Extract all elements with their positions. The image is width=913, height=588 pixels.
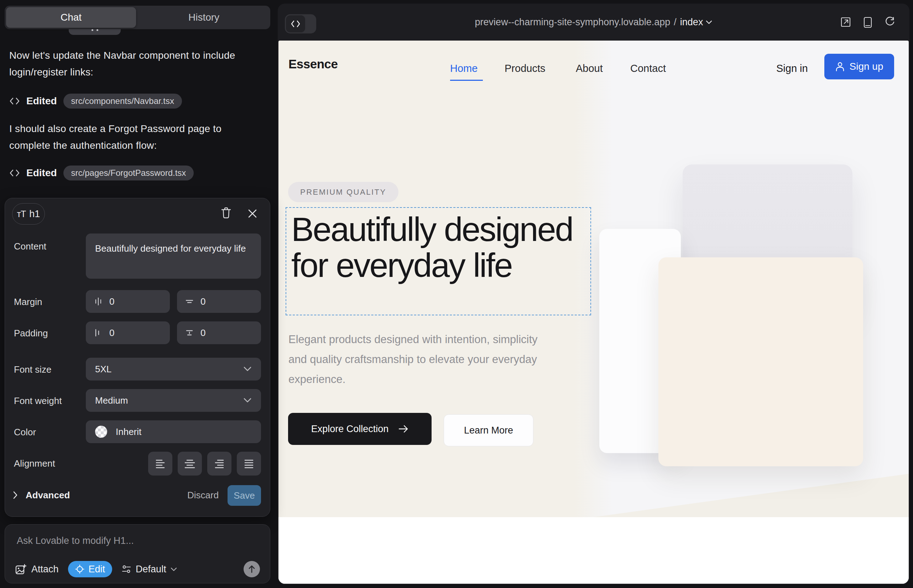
preview-browser-frame: preview--charming-site-symphony.lovable.…: [278, 3, 910, 585]
chat-message: Now let's update the Navbar component to…: [9, 47, 263, 81]
chevron-down-icon: [170, 567, 177, 571]
align-center-button[interactable]: [178, 452, 202, 475]
chip-dot: [97, 29, 98, 31]
margin-y-input[interactable]: 0: [177, 290, 261, 313]
font-size-select[interactable]: 5XL: [86, 358, 261, 381]
advanced-label: Advanced: [26, 490, 70, 501]
font-size-value: 5XL: [95, 364, 112, 375]
edited-label: Edited: [26, 95, 57, 107]
chat-message: I should also create a Forgot Password p…: [9, 120, 263, 154]
browser-actions: [840, 17, 895, 28]
element-editor-panel: тT h1 Content Beautifully designed for e…: [5, 198, 270, 517]
padding-x-input[interactable]: 0: [86, 321, 170, 344]
chevron-down-icon: [243, 398, 252, 403]
delete-element-button[interactable]: [218, 205, 234, 221]
chip-dot: [92, 29, 93, 31]
explore-collection-button[interactable]: Explore Collection: [288, 413, 432, 445]
padding-x-icon: [94, 328, 103, 338]
padding-y-input[interactable]: 0: [177, 321, 261, 344]
align-center-icon: [185, 459, 195, 469]
mobile-view-button[interactable]: [863, 17, 873, 28]
font-weight-select[interactable]: Medium: [86, 389, 261, 412]
code-icon: [9, 97, 20, 106]
attach-image-icon: [15, 564, 26, 575]
arrow-up-icon: [248, 565, 256, 573]
hero-heading[interactable]: Beautifully designed for everyday life: [291, 212, 587, 283]
edited-label: Edited: [26, 167, 57, 179]
chevron-down-icon: [706, 20, 712, 24]
lovable-app: Chat History Now let's update the Navbar…: [0, 0, 913, 588]
send-button[interactable]: [244, 561, 260, 577]
chevron-right-icon: [13, 491, 18, 499]
attach-label: Attach: [31, 564, 59, 575]
advanced-toggle[interactable]: Advanced: [13, 487, 70, 503]
typography-icon: тT: [17, 209, 26, 219]
sign-up-button[interactable]: Sign up: [824, 54, 894, 79]
discard-button[interactable]: Discard: [187, 487, 219, 503]
color-select[interactable]: Inherit: [86, 420, 261, 443]
content-input[interactable]: Beautifully designed for everyday life: [86, 234, 261, 279]
section-below-hero: [278, 517, 909, 584]
margin-y-value: 0: [201, 296, 206, 307]
edited-file-row: Edited src/pages/ForgotPassword.tsx: [9, 165, 194, 181]
align-left-button[interactable]: [148, 452, 172, 475]
nav-link-about[interactable]: About: [576, 63, 603, 74]
align-left-icon: [155, 459, 165, 469]
url-bar: preview--charming-site-symphony.lovable.…: [278, 3, 910, 40]
learn-more-button[interactable]: Learn More: [444, 414, 533, 446]
sign-in-link[interactable]: Sign in: [776, 63, 808, 74]
margin-label: Margin: [14, 297, 42, 307]
font-size-label: Font size: [14, 364, 52, 375]
url-page-dropdown[interactable]: index: [680, 17, 712, 28]
chat-input-box[interactable]: Ask Lovable to modify H1... Attach: [5, 524, 270, 583]
content-label: Content: [14, 241, 46, 252]
sign-up-label: Sign up: [850, 61, 884, 72]
code-icon: [9, 168, 20, 178]
save-button[interactable]: Save: [228, 485, 261, 506]
nav-link-products[interactable]: Products: [505, 63, 545, 74]
font-weight-label: Font weight: [14, 396, 62, 407]
site-preview: Essence Home Products About Contact Sign…: [278, 40, 909, 584]
chat-panel: Chat History Now let's update the Navbar…: [0, 0, 277, 588]
file-chip[interactable]: src/pages/ForgotPassword.tsx: [63, 165, 194, 181]
tab-chat[interactable]: Chat: [6, 7, 136, 28]
hero-paragraph: Elegant products designed with intention…: [288, 330, 538, 389]
file-chip[interactable]: src/components/Navbar.tsx: [63, 94, 182, 108]
margin-x-value: 0: [109, 296, 114, 307]
chat-input-placeholder: Ask Lovable to modify H1...: [17, 535, 134, 546]
trash-icon: [220, 207, 232, 219]
padding-y-value: 0: [201, 328, 206, 339]
explore-collection-label: Explore Collection: [311, 423, 389, 435]
align-justify-button[interactable]: [237, 452, 261, 475]
close-editor-button[interactable]: [244, 205, 261, 222]
url-separator: /: [674, 17, 677, 28]
align-right-button[interactable]: [207, 452, 231, 475]
tab-history[interactable]: History: [139, 7, 269, 28]
padding-label: Padding: [14, 328, 48, 339]
padding-x-value: 0: [109, 328, 114, 339]
edit-mode-button[interactable]: Edit: [68, 561, 113, 577]
model-default-dropdown[interactable]: Default: [121, 564, 177, 575]
attach-button[interactable]: Attach: [15, 564, 59, 575]
align-right-icon: [214, 459, 225, 469]
refresh-button[interactable]: [884, 17, 895, 27]
arrow-right-icon: [398, 425, 408, 433]
margin-x-input[interactable]: 0: [86, 290, 170, 313]
nav-link-contact[interactable]: Contact: [630, 63, 666, 74]
site-logo[interactable]: Essence: [288, 57, 338, 71]
nav-link-home[interactable]: Home: [450, 63, 478, 74]
hero-bottom-wedge: [593, 474, 909, 517]
element-type-pill: тT h1: [12, 203, 45, 225]
alignment-label: Alignment: [14, 458, 55, 469]
chat-history-tabs: Chat History: [5, 6, 270, 29]
target-icon: [75, 564, 84, 574]
close-icon: [248, 208, 257, 218]
color-value: Inherit: [116, 426, 141, 438]
element-tag-label: h1: [29, 208, 40, 220]
hero-card-beige: [659, 257, 863, 466]
edited-file-row: Edited src/components/Navbar.tsx: [9, 93, 182, 109]
url-page-name: index: [680, 17, 703, 28]
edit-label: Edit: [89, 564, 105, 575]
open-external-button[interactable]: [840, 17, 851, 27]
url-domain: preview--charming-site-symphony.lovable.…: [475, 17, 670, 28]
